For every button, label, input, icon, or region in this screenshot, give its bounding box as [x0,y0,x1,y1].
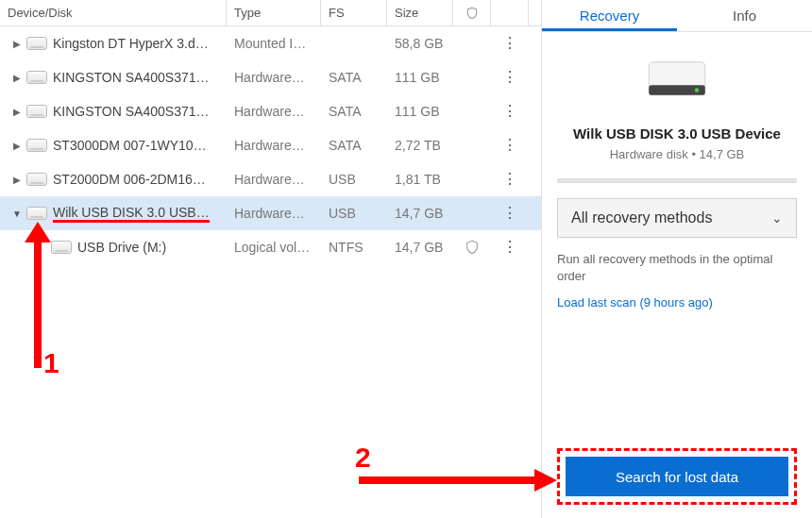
device-table: Device/Disk Type FS Size ▶ Kingston DT H… [0,0,542,518]
cell-shield [453,162,491,196]
cell-type: Hardware… [227,94,321,128]
recovery-hint: Run all recovery methods in the optimal … [557,251,797,284]
table-row[interactable]: ▶ KINGSTON SA400S371… Hardware… SATA 111… [0,94,541,128]
cell-size: 14,7 GB [387,230,453,264]
detail-panel: Recovery Info Wilk USB DISK 3.0 USB Devi… [542,0,812,518]
dropdown-label: All recovery methods [571,209,712,226]
cell-size: 111 GB [387,60,453,94]
device-name: KINGSTON SA400S371… [53,104,209,119]
cell-type: Logical vol… [227,230,321,264]
more-icon[interactable] [502,42,517,45]
cell-type: Hardware… [227,60,321,94]
annotation-box-2: Search for lost data [557,448,797,505]
expand-icon[interactable]: ▶ [8,175,26,185]
more-icon[interactable] [502,143,517,147]
device-name: Wilk USB DISK 3.0 USB… [53,205,210,223]
load-last-scan-link[interactable]: Load last scan (9 hours ago) [557,295,797,309]
table-row[interactable]: ▶ ST2000DM 006-2DM16… Hardware… USB 1,81… [0,162,541,196]
expand-icon[interactable]: ▶ [8,39,26,49]
cell-shield [453,128,491,162]
disk-icon [26,173,47,186]
disk-illustration [644,57,710,107]
svg-point-2 [695,88,699,92]
detail-subtitle: Hardware disk • 14,7 GB [557,147,797,161]
disk-icon [26,71,47,84]
table-header: Device/Disk Type FS Size [0,0,541,26]
device-name: KINGSTON SA400S371… [53,70,209,85]
col-header-more [491,0,529,25]
detail-title: Wilk USB DISK 3.0 USB Device [557,125,797,142]
cell-fs: USB [321,162,387,196]
device-name: ST2000DM 006-2DM16… [53,172,206,187]
disk-icon [26,37,47,50]
more-icon[interactable] [502,211,517,215]
usage-bar [557,178,797,183]
cell-shield [453,26,491,60]
tab-info[interactable]: Info [677,0,812,31]
table-row[interactable]: ▶ ST3000DM 007-1WY10… Hardware… SATA 2,7… [0,128,541,162]
cell-shield [453,94,491,128]
cell-fs: SATA [321,128,387,162]
disk-icon [26,207,47,220]
cell-fs: NTFS [321,230,387,264]
annotation-label-2: 2 [355,442,371,474]
col-header-protected[interactable] [453,0,491,25]
cell-shield [453,60,491,94]
col-header-device[interactable]: Device/Disk [0,0,227,25]
expand-icon[interactable]: ▶ [8,141,26,151]
cell-type: Hardware… [227,162,321,196]
disk-icon [26,105,47,118]
col-header-size[interactable]: Size [387,0,453,25]
recovery-method-dropdown[interactable]: All recovery methods ⌄ [557,198,797,238]
collapse-icon[interactable]: ▼ [8,209,26,219]
cell-type: Hardware… [227,128,321,162]
tab-recovery[interactable]: Recovery [542,0,677,31]
shield-icon [453,230,491,264]
cell-fs [321,26,387,60]
table-row[interactable]: ▶ KINGSTON SA400S371… Hardware… SATA 111… [0,60,541,94]
cell-fs: USB [321,196,387,230]
cell-fs: SATA [321,60,387,94]
disk-icon [26,139,47,152]
table-row-selected[interactable]: ▼ Wilk USB DISK 3.0 USB… Hardware… USB 1… [0,196,541,230]
search-for-lost-data-button[interactable]: Search for lost data [566,457,788,496]
cell-size: 14,7 GB [387,196,453,230]
device-name: Kingston DT HyperX 3.d… [53,36,209,51]
expand-icon[interactable]: ▶ [8,73,26,83]
cell-shield [453,196,491,230]
cell-fs: SATA [321,94,387,128]
cell-type: Mounted I… [227,26,321,60]
col-header-type[interactable]: Type [227,0,321,25]
device-name: USB Drive (M:) [77,240,166,255]
table-row[interactable]: ▶ Kingston DT HyperX 3.d… Mounted I… 58,… [0,26,541,60]
col-header-fs[interactable]: FS [321,0,387,25]
more-icon[interactable] [502,245,517,249]
expand-icon[interactable]: ▶ [8,107,26,117]
chevron-down-icon: ⌄ [771,210,783,226]
table-row-child[interactable]: USB Drive (M:) Logical vol… NTFS 14,7 GB [0,230,541,264]
tabs: Recovery Info [542,0,812,32]
more-icon[interactable] [502,109,517,113]
device-name: ST3000DM 007-1WY10… [53,138,207,153]
more-icon[interactable] [502,177,517,181]
cell-type: Hardware… [227,196,321,230]
cell-size: 111 GB [387,94,453,128]
cell-size: 58,8 GB [387,26,453,60]
volume-icon [51,241,72,254]
annotation-label-1: 1 [43,347,59,379]
more-icon[interactable] [502,75,517,79]
cell-size: 2,72 TB [387,128,453,162]
cell-size: 1,81 TB [387,162,453,196]
